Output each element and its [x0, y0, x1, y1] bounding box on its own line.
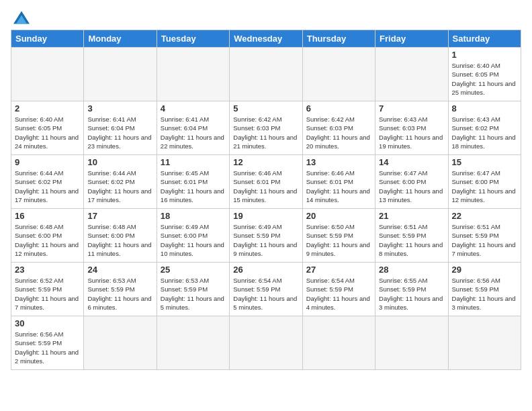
calendar-cell: 10Sunrise: 6:44 AM Sunset: 6:02 PM Dayli… — [84, 155, 157, 209]
day-number: 27 — [306, 265, 371, 275]
day-number: 9 — [15, 157, 80, 167]
day-info: Sunrise: 6:56 AM Sunset: 5:59 PM Dayligh… — [452, 276, 517, 312]
header-sunday: Sunday — [11, 30, 84, 48]
day-info: Sunrise: 6:46 AM Sunset: 6:01 PM Dayligh… — [306, 169, 371, 204]
day-number: 30 — [15, 318, 80, 328]
day-number: 7 — [379, 103, 444, 113]
calendar-cell: 15Sunrise: 6:47 AM Sunset: 6:00 PM Dayli… — [448, 155, 521, 209]
day-number: 8 — [452, 103, 517, 113]
day-number: 22 — [452, 211, 517, 221]
day-number: 6 — [306, 103, 371, 113]
day-info: Sunrise: 6:48 AM Sunset: 6:00 PM Dayligh… — [87, 222, 152, 258]
day-info: Sunrise: 6:47 AM Sunset: 6:00 PM Dayligh… — [452, 169, 517, 204]
day-info: Sunrise: 6:40 AM Sunset: 6:05 PM Dayligh… — [15, 115, 80, 150]
day-number: 13 — [306, 157, 371, 167]
calendar-table: SundayMondayTuesdayWednesdayThursdayFrid… — [11, 30, 521, 370]
calendar-cell — [375, 316, 448, 370]
day-number: 3 — [87, 103, 152, 113]
calendar-cell: 17Sunrise: 6:48 AM Sunset: 6:00 PM Dayli… — [84, 209, 157, 263]
day-info: Sunrise: 6:54 AM Sunset: 5:59 PM Dayligh… — [306, 276, 371, 312]
calendar-header-row: SundayMondayTuesdayWednesdayThursdayFrid… — [11, 30, 521, 48]
calendar-cell: 22Sunrise: 6:51 AM Sunset: 5:59 PM Dayli… — [448, 209, 521, 263]
calendar-cell — [230, 48, 302, 101]
calendar-cell: 29Sunrise: 6:56 AM Sunset: 5:59 PM Dayli… — [448, 263, 521, 316]
day-info: Sunrise: 6:54 AM Sunset: 5:59 PM Dayligh… — [233, 276, 298, 312]
day-info: Sunrise: 6:44 AM Sunset: 6:02 PM Dayligh… — [15, 169, 80, 204]
day-info: Sunrise: 6:49 AM Sunset: 6:00 PM Dayligh… — [161, 222, 226, 258]
day-number: 17 — [87, 211, 152, 221]
day-number: 26 — [233, 265, 298, 275]
day-info: Sunrise: 6:53 AM Sunset: 5:59 PM Dayligh… — [87, 276, 152, 312]
day-info: Sunrise: 6:56 AM Sunset: 5:59 PM Dayligh… — [15, 330, 80, 365]
calendar-cell: 30Sunrise: 6:56 AM Sunset: 5:59 PM Dayli… — [11, 316, 84, 370]
day-number: 12 — [233, 157, 298, 167]
day-number: 28 — [379, 265, 444, 275]
calendar-cell — [302, 48, 375, 101]
calendar-cell: 28Sunrise: 6:55 AM Sunset: 5:59 PM Dayli… — [375, 263, 448, 316]
calendar-week-3: 16Sunrise: 6:48 AM Sunset: 6:00 PM Dayli… — [11, 209, 521, 263]
calendar-cell: 14Sunrise: 6:47 AM Sunset: 6:00 PM Dayli… — [375, 155, 448, 209]
day-info: Sunrise: 6:49 AM Sunset: 5:59 PM Dayligh… — [233, 222, 298, 258]
calendar-cell: 11Sunrise: 6:45 AM Sunset: 6:01 PM Dayli… — [157, 155, 229, 209]
day-number: 11 — [161, 157, 226, 167]
day-info: Sunrise: 6:42 AM Sunset: 6:03 PM Dayligh… — [233, 115, 298, 150]
calendar-cell — [84, 316, 157, 370]
page-header — [11, 11, 521, 24]
day-number: 24 — [87, 265, 152, 275]
calendar-cell: 19Sunrise: 6:49 AM Sunset: 5:59 PM Dayli… — [230, 209, 302, 263]
day-info: Sunrise: 6:43 AM Sunset: 6:03 PM Dayligh… — [379, 115, 444, 150]
calendar-cell: 26Sunrise: 6:54 AM Sunset: 5:59 PM Dayli… — [230, 263, 302, 316]
calendar-cell: 21Sunrise: 6:51 AM Sunset: 5:59 PM Dayli… — [375, 209, 448, 263]
day-info: Sunrise: 6:41 AM Sunset: 6:04 PM Dayligh… — [161, 115, 226, 150]
calendar-cell: 13Sunrise: 6:46 AM Sunset: 6:01 PM Dayli… — [302, 155, 375, 209]
day-info: Sunrise: 6:41 AM Sunset: 6:04 PM Dayligh… — [87, 115, 152, 150]
day-info: Sunrise: 6:48 AM Sunset: 6:00 PM Dayligh… — [15, 222, 80, 258]
day-info: Sunrise: 6:51 AM Sunset: 5:59 PM Dayligh… — [379, 222, 444, 258]
calendar-cell — [302, 316, 375, 370]
day-number: 23 — [15, 265, 80, 275]
calendar-cell: 25Sunrise: 6:53 AM Sunset: 5:59 PM Dayli… — [157, 263, 229, 316]
calendar-cell: 4Sunrise: 6:41 AM Sunset: 6:04 PM Daylig… — [157, 101, 229, 155]
day-info: Sunrise: 6:44 AM Sunset: 6:02 PM Dayligh… — [87, 169, 152, 204]
day-number: 5 — [233, 103, 298, 113]
day-number: 15 — [452, 157, 517, 167]
header-tuesday: Tuesday — [157, 30, 229, 48]
day-info: Sunrise: 6:45 AM Sunset: 6:01 PM Dayligh… — [161, 169, 226, 204]
calendar-cell — [11, 48, 84, 101]
day-info: Sunrise: 6:47 AM Sunset: 6:00 PM Dayligh… — [379, 169, 444, 204]
day-info: Sunrise: 6:55 AM Sunset: 5:59 PM Dayligh… — [379, 276, 444, 312]
calendar-cell: 5Sunrise: 6:42 AM Sunset: 6:03 PM Daylig… — [230, 101, 302, 155]
header-saturday: Saturday — [448, 30, 521, 48]
calendar-cell: 7Sunrise: 6:43 AM Sunset: 6:03 PM Daylig… — [375, 101, 448, 155]
calendar-cell: 18Sunrise: 6:49 AM Sunset: 6:00 PM Dayli… — [157, 209, 229, 263]
calendar-cell: 3Sunrise: 6:41 AM Sunset: 6:04 PM Daylig… — [84, 101, 157, 155]
calendar-cell — [157, 316, 229, 370]
day-info: Sunrise: 6:43 AM Sunset: 6:02 PM Dayligh… — [452, 115, 517, 150]
calendar-cell: 9Sunrise: 6:44 AM Sunset: 6:02 PM Daylig… — [11, 155, 84, 209]
day-info: Sunrise: 6:42 AM Sunset: 6:03 PM Dayligh… — [306, 115, 371, 150]
calendar-week-2: 9Sunrise: 6:44 AM Sunset: 6:02 PM Daylig… — [11, 155, 521, 209]
calendar-cell: 8Sunrise: 6:43 AM Sunset: 6:02 PM Daylig… — [448, 101, 521, 155]
day-number: 2 — [15, 103, 80, 113]
header-wednesday: Wednesday — [230, 30, 302, 48]
header-friday: Friday — [375, 30, 448, 48]
day-number: 21 — [379, 211, 444, 221]
day-number: 10 — [87, 157, 152, 167]
calendar-cell — [375, 48, 448, 101]
calendar-week-4: 23Sunrise: 6:52 AM Sunset: 5:59 PM Dayli… — [11, 263, 521, 316]
day-number: 20 — [306, 211, 371, 221]
day-info: Sunrise: 6:46 AM Sunset: 6:01 PM Dayligh… — [233, 169, 298, 204]
day-number: 16 — [15, 211, 80, 221]
day-number: 14 — [379, 157, 444, 167]
day-number: 25 — [161, 265, 226, 275]
calendar-cell: 27Sunrise: 6:54 AM Sunset: 5:59 PM Dayli… — [302, 263, 375, 316]
calendar-cell — [84, 48, 157, 101]
calendar-cell: 1Sunrise: 6:40 AM Sunset: 6:05 PM Daylig… — [448, 48, 521, 101]
day-info: Sunrise: 6:53 AM Sunset: 5:59 PM Dayligh… — [161, 276, 226, 312]
header-thursday: Thursday — [302, 30, 375, 48]
calendar-cell: 6Sunrise: 6:42 AM Sunset: 6:03 PM Daylig… — [302, 101, 375, 155]
day-info: Sunrise: 6:50 AM Sunset: 5:59 PM Dayligh… — [306, 222, 371, 258]
calendar-cell: 23Sunrise: 6:52 AM Sunset: 5:59 PM Dayli… — [11, 263, 84, 316]
day-number: 19 — [233, 211, 298, 221]
day-number: 18 — [161, 211, 226, 221]
